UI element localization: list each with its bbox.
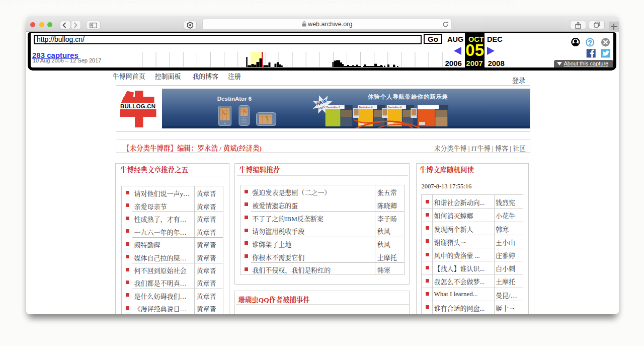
svg-text:DestinAtor 6: DestinAtor 6: [327, 106, 340, 109]
svg-text:体验个人导航带给你的新乐趣: 体验个人导航带给你的新乐趣: [367, 93, 448, 100]
svg-text:DestinAtor 6: DestinAtor 6: [217, 96, 252, 102]
svg-text:DestinAtor 6: DestinAtor 6: [359, 106, 373, 109]
svg-text:BULLOG.CN: BULLOG.CN: [120, 103, 155, 109]
svg-text:?: ?: [588, 38, 592, 46]
svg-text:DestinAtor 6: DestinAtor 6: [388, 106, 401, 109]
